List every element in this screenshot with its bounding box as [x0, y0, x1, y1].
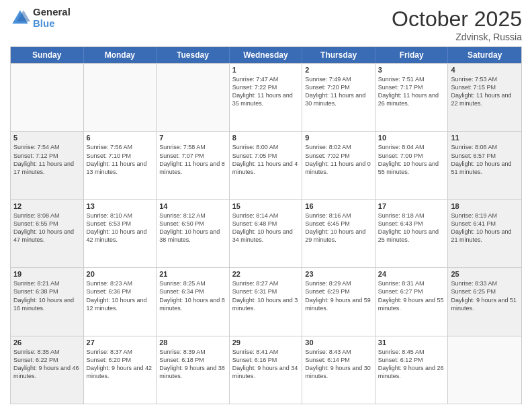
day-info: Sunrise: 8:00 AM Sunset: 7:05 PM Dayligh… — [232, 143, 300, 176]
day-number: 16 — [305, 202, 372, 210]
day-number: 9 — [305, 134, 372, 142]
title-section: October 2025 Zdvinsk, Russia — [392, 7, 522, 42]
calendar-cell: 8Sunrise: 8:00 AM Sunset: 7:05 PM Daylig… — [230, 132, 303, 199]
calendar-row-5: 26Sunrise: 8:35 AM Sunset: 6:22 PM Dayli… — [11, 336, 521, 404]
day-number: 24 — [378, 270, 445, 278]
day-info: Sunrise: 8:33 AM Sunset: 6:25 PM Dayligh… — [451, 279, 519, 312]
logo-text: General Blue — [33, 7, 71, 29]
calendar-row-2: 5Sunrise: 7:54 AM Sunset: 7:12 PM Daylig… — [11, 131, 521, 199]
day-number: 29 — [232, 338, 300, 347]
day-number: 23 — [305, 270, 372, 278]
location: Zdvinsk, Russia — [392, 32, 522, 42]
day-number: 19 — [13, 270, 81, 278]
day-info: Sunrise: 7:58 AM Sunset: 7:07 PM Dayligh… — [159, 143, 226, 176]
calendar-cell: 5Sunrise: 7:54 AM Sunset: 7:12 PM Daylig… — [11, 132, 84, 199]
day-number: 8 — [232, 134, 300, 142]
calendar-cell: 3Sunrise: 7:51 AM Sunset: 7:17 PM Daylig… — [375, 64, 449, 131]
day-info: Sunrise: 7:47 AM Sunset: 7:22 PM Dayligh… — [232, 75, 300, 108]
calendar-row-4: 19Sunrise: 8:21 AM Sunset: 6:38 PM Dayli… — [11, 267, 521, 335]
calendar-cell: 14Sunrise: 8:12 AM Sunset: 6:50 PM Dayli… — [157, 200, 230, 267]
day-info: Sunrise: 8:10 AM Sunset: 6:53 PM Dayligh… — [87, 212, 154, 244]
day-number: 11 — [451, 134, 519, 142]
calendar-cell: 23Sunrise: 8:29 AM Sunset: 6:29 PM Dayli… — [302, 268, 375, 335]
day-number: 1 — [232, 66, 300, 74]
day-header-saturday: Saturday — [448, 47, 521, 63]
day-info: Sunrise: 8:02 AM Sunset: 7:02 PM Dayligh… — [305, 143, 372, 176]
calendar-cell: 4Sunrise: 7:53 AM Sunset: 7:15 PM Daylig… — [448, 64, 521, 131]
calendar-header: SundayMondayTuesdayWednesdayThursdayFrid… — [11, 47, 521, 63]
calendar-cell: 25Sunrise: 8:33 AM Sunset: 6:25 PM Dayli… — [448, 268, 521, 335]
calendar-cell: 30Sunrise: 8:43 AM Sunset: 6:14 PM Dayli… — [302, 336, 375, 404]
day-number: 20 — [87, 270, 154, 278]
calendar-cell: 13Sunrise: 8:10 AM Sunset: 6:53 PM Dayli… — [84, 200, 157, 267]
day-info: Sunrise: 8:18 AM Sunset: 6:43 PM Dayligh… — [378, 212, 445, 244]
day-number: 14 — [159, 202, 226, 210]
day-number: 5 — [13, 134, 81, 142]
day-info: Sunrise: 8:04 AM Sunset: 7:00 PM Dayligh… — [378, 143, 445, 176]
day-info: Sunrise: 7:51 AM Sunset: 7:17 PM Dayligh… — [378, 75, 445, 108]
calendar-cell: 12Sunrise: 8:08 AM Sunset: 6:55 PM Dayli… — [11, 200, 84, 267]
day-info: Sunrise: 8:27 AM Sunset: 6:31 PM Dayligh… — [232, 279, 300, 312]
day-number: 7 — [159, 134, 226, 142]
day-info: Sunrise: 8:45 AM Sunset: 6:12 PM Dayligh… — [378, 348, 445, 381]
day-info: Sunrise: 8:29 AM Sunset: 6:29 PM Dayligh… — [305, 279, 372, 312]
calendar-cell: 19Sunrise: 8:21 AM Sunset: 6:38 PM Dayli… — [11, 268, 84, 335]
day-number: 25 — [451, 270, 519, 278]
day-info: Sunrise: 8:39 AM Sunset: 6:18 PM Dayligh… — [159, 348, 226, 381]
month-title: October 2025 — [392, 7, 522, 32]
day-number: 15 — [232, 202, 300, 210]
calendar-cell: 26Sunrise: 8:35 AM Sunset: 6:22 PM Dayli… — [11, 336, 84, 404]
day-info: Sunrise: 8:06 AM Sunset: 6:57 PM Dayligh… — [451, 143, 519, 176]
day-info: Sunrise: 7:49 AM Sunset: 7:20 PM Dayligh… — [305, 75, 372, 108]
logo-general-text: General — [33, 7, 71, 18]
day-header-sunday: Sunday — [11, 47, 84, 63]
day-info: Sunrise: 8:08 AM Sunset: 6:55 PM Dayligh… — [13, 212, 81, 244]
calendar-cell: 17Sunrise: 8:18 AM Sunset: 6:43 PM Dayli… — [375, 200, 449, 267]
header: General Blue October 2025 Zdvinsk, Russi… — [10, 7, 522, 42]
calendar-cell: 21Sunrise: 8:25 AM Sunset: 6:34 PM Dayli… — [157, 268, 230, 335]
calendar-cell: 10Sunrise: 8:04 AM Sunset: 7:00 PM Dayli… — [375, 132, 449, 199]
day-number: 27 — [87, 338, 154, 347]
logo: General Blue — [10, 7, 71, 29]
day-info: Sunrise: 7:56 AM Sunset: 7:10 PM Dayligh… — [87, 143, 154, 176]
day-info: Sunrise: 8:12 AM Sunset: 6:50 PM Dayligh… — [159, 212, 226, 244]
day-number: 30 — [305, 338, 372, 347]
calendar-cell — [448, 336, 521, 404]
calendar-cell: 9Sunrise: 8:02 AM Sunset: 7:02 PM Daylig… — [302, 132, 375, 199]
calendar-cell — [11, 64, 84, 131]
calendar-cell: 2Sunrise: 7:49 AM Sunset: 7:20 PM Daylig… — [302, 64, 375, 131]
logo-blue-text: Blue — [33, 18, 71, 30]
day-info: Sunrise: 8:16 AM Sunset: 6:45 PM Dayligh… — [305, 212, 372, 244]
day-number: 21 — [159, 270, 226, 278]
day-info: Sunrise: 8:31 AM Sunset: 6:27 PM Dayligh… — [378, 279, 445, 312]
calendar: SundayMondayTuesdayWednesdayThursdayFrid… — [10, 46, 522, 404]
day-number: 22 — [232, 270, 300, 278]
day-number: 17 — [378, 202, 445, 210]
day-info: Sunrise: 8:19 AM Sunset: 6:41 PM Dayligh… — [451, 212, 519, 244]
day-number: 12 — [13, 202, 81, 210]
day-header-monday: Monday — [84, 47, 157, 63]
day-info: Sunrise: 8:41 AM Sunset: 6:16 PM Dayligh… — [232, 348, 300, 381]
day-info: Sunrise: 8:37 AM Sunset: 6:20 PM Dayligh… — [87, 348, 154, 381]
calendar-cell: 7Sunrise: 7:58 AM Sunset: 7:07 PM Daylig… — [157, 132, 230, 199]
calendar-cell: 16Sunrise: 8:16 AM Sunset: 6:45 PM Dayli… — [302, 200, 375, 267]
day-header-tuesday: Tuesday — [157, 47, 230, 63]
day-number: 28 — [159, 338, 226, 347]
day-number: 2 — [305, 66, 372, 74]
day-number: 13 — [87, 202, 154, 210]
day-number: 31 — [378, 338, 445, 347]
calendar-row-1: 1Sunrise: 7:47 AM Sunset: 7:22 PM Daylig… — [11, 63, 521, 131]
day-number: 10 — [378, 134, 445, 142]
page: General Blue October 2025 Zdvinsk, Russi… — [0, 0, 532, 411]
calendar-cell: 24Sunrise: 8:31 AM Sunset: 6:27 PM Dayli… — [375, 268, 449, 335]
day-info: Sunrise: 8:43 AM Sunset: 6:14 PM Dayligh… — [305, 348, 372, 381]
day-info: Sunrise: 8:14 AM Sunset: 6:48 PM Dayligh… — [232, 212, 300, 244]
day-header-friday: Friday — [375, 47, 449, 63]
calendar-cell — [84, 64, 157, 131]
day-info: Sunrise: 7:54 AM Sunset: 7:12 PM Dayligh… — [13, 143, 81, 176]
day-number: 26 — [13, 338, 81, 347]
calendar-cell: 1Sunrise: 7:47 AM Sunset: 7:22 PM Daylig… — [230, 64, 303, 131]
day-number: 4 — [451, 66, 519, 74]
calendar-cell: 15Sunrise: 8:14 AM Sunset: 6:48 PM Dayli… — [230, 200, 303, 267]
calendar-cell: 29Sunrise: 8:41 AM Sunset: 6:16 PM Dayli… — [230, 336, 303, 404]
